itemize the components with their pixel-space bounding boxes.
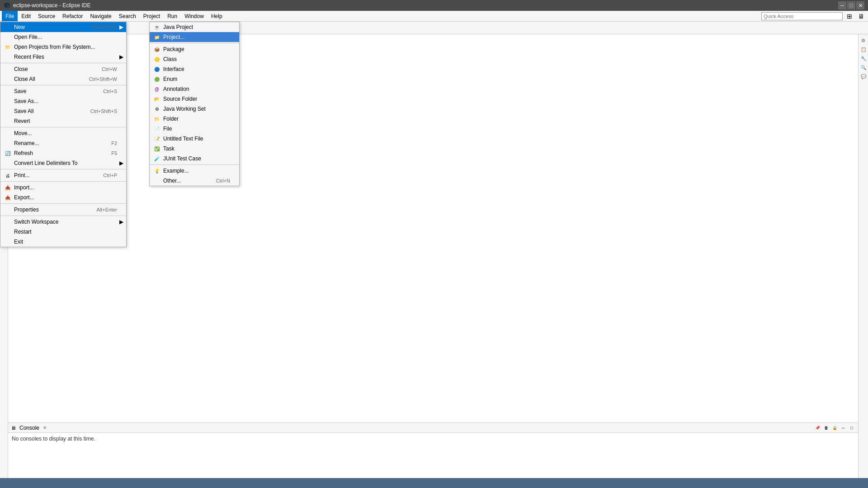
new-source-folder[interactable]: 📂 Source Folder	[150, 94, 239, 104]
console-scroll-lock-button[interactable]: 🔒	[831, 424, 838, 432]
refresh-icon: 🔄	[4, 150, 11, 157]
new-file[interactable]: 📄 File	[150, 124, 239, 134]
new-class[interactable]: 🟡 Class	[150, 54, 239, 64]
right-icon-1[interactable]: ⚙	[859, 36, 868, 44]
file-menu-close[interactable]: Close Ctrl+W	[0, 64, 126, 74]
right-icon-2[interactable]: 📋	[859, 45, 868, 53]
new-enum[interactable]: 🟢 Enum	[150, 74, 239, 84]
file-menu-print[interactable]: 🖨 Print... Ctrl+P	[0, 170, 126, 180]
file-menu-revert[interactable]: Revert	[0, 116, 126, 126]
java-working-set-icon: ⚙	[153, 105, 160, 113]
right-icon-3[interactable]: 🔧	[859, 54, 868, 62]
console-clear-button[interactable]: 🗑	[822, 424, 830, 432]
menu-file[interactable]: File	[2, 11, 18, 21]
menu-search[interactable]: Search	[115, 11, 140, 21]
console-minimize-button[interactable]: ─	[840, 424, 847, 432]
new-example[interactable]: 💡 Example...	[150, 166, 239, 176]
console-area: 🖥 Console ✕ 📌 🗑 🔒 ─ □ No consoles to dis…	[8, 422, 858, 478]
menu-edit[interactable]: Edit	[18, 11, 34, 21]
file-menu-import[interactable]: 📥 Import...	[0, 183, 126, 192]
example-icon: 💡	[153, 167, 160, 174]
sep-2	[0, 85, 126, 85]
quick-access-input[interactable]	[761, 12, 843, 20]
new-project[interactable]: 📁 Project...	[150, 32, 239, 42]
console-close-icon[interactable]: ✕	[43, 425, 47, 430]
project-icon: 📁	[153, 33, 160, 41]
sep-7	[0, 216, 126, 216]
junit-test-icon: 🧪	[153, 155, 160, 162]
status-bar	[0, 478, 868, 488]
title-bar: 🌑 eclipse-workspace - Eclipse IDE ─ □ ✕	[0, 0, 868, 11]
file-menu-properties[interactable]: Properties Alt+Enter	[0, 205, 126, 215]
open-projects-icon: 📁	[4, 43, 11, 51]
file-menu-switch-workspace[interactable]: Switch Workspace ▶	[0, 217, 126, 227]
console-pin-button[interactable]: 📌	[814, 424, 821, 432]
file-menu-recent-files[interactable]: Recent Files ▶	[0, 52, 126, 62]
file-menu: New Alt+Shift+N ▶ Open File... 📁 Open Pr…	[0, 22, 127, 247]
close-button[interactable]: ✕	[856, 1, 864, 9]
menu-refactor[interactable]: Refactor	[59, 11, 86, 21]
console-title: Console	[19, 425, 39, 431]
menu-window[interactable]: Window	[181, 11, 208, 21]
menu-source[interactable]: Source	[34, 11, 59, 21]
minimize-button[interactable]: ─	[838, 1, 846, 9]
console-maximize-button[interactable]: □	[848, 424, 855, 432]
app-icon: 🌑	[4, 2, 10, 9]
open-perspective-button[interactable]: ⊞	[844, 11, 854, 21]
menu-help[interactable]: Help	[208, 11, 226, 21]
properties-icon	[4, 206, 11, 213]
file-menu-convert[interactable]: Convert Line Delimiters To ▶	[0, 158, 126, 168]
print-icon: 🖨	[4, 172, 11, 179]
new-java-project[interactable]: ☕ Java Project	[150, 22, 239, 32]
file-menu-close-all[interactable]: Close All Ctrl+Shift+W	[0, 74, 126, 84]
right-icon-5[interactable]: 💬	[859, 72, 868, 80]
import-icon: 📥	[4, 184, 11, 191]
revert-icon	[4, 117, 11, 125]
interface-icon: 🔵	[153, 66, 160, 73]
file-menu-open-projects[interactable]: 📁 Open Projects from File System...	[0, 42, 126, 52]
new-java-working-set[interactable]: ⚙ Java Working Set	[150, 104, 239, 114]
file-menu-save-all[interactable]: Save All Ctrl+Shift+S	[0, 106, 126, 116]
new-sep-2	[150, 164, 239, 165]
new-annotation[interactable]: @ Annotation	[150, 84, 239, 94]
file-menu-save[interactable]: Save Ctrl+S	[0, 86, 126, 96]
annotation-icon: @	[153, 85, 160, 93]
file-menu-move[interactable]: Move...	[0, 128, 126, 138]
convert-icon	[4, 160, 11, 167]
maximize-button[interactable]: □	[847, 1, 855, 9]
title-bar-text: eclipse-workspace - Eclipse IDE	[13, 2, 90, 9]
new-folder[interactable]: 📁 Folder	[150, 114, 239, 124]
editor-content	[8, 34, 858, 422]
new-other[interactable]: Other... Ctrl+N	[150, 176, 239, 186]
open-file-icon	[4, 33, 11, 41]
new-interface[interactable]: 🔵 Interface	[150, 64, 239, 74]
file-menu-new[interactable]: New Alt+Shift+N ▶	[0, 22, 126, 32]
save-icon	[4, 88, 11, 95]
right-sidebar: ⚙ 📋 🔧 🔍 💬	[858, 34, 868, 478]
title-bar-left: 🌑 eclipse-workspace - Eclipse IDE	[4, 2, 90, 9]
recent-files-icon	[4, 53, 11, 61]
right-icon-4[interactable]: 🔍	[859, 63, 868, 71]
console-header-right: 📌 🗑 🔒 ─ □	[814, 424, 855, 432]
folder-icon: 📁	[153, 115, 160, 122]
new-editor-button[interactable]: 🖥	[856, 11, 866, 21]
menu-navigate[interactable]: Navigate	[86, 11, 115, 21]
menu-run[interactable]: Run	[164, 11, 181, 21]
task-icon: ✅	[153, 145, 160, 152]
file-menu-rename[interactable]: Rename... F2	[0, 138, 126, 148]
file-menu-save-as[interactable]: Save As...	[0, 96, 126, 106]
new-package[interactable]: 📦 Package	[150, 44, 239, 54]
file-menu-exit[interactable]: Exit	[0, 237, 126, 247]
other-icon	[153, 177, 160, 184]
file-menu-refresh[interactable]: 🔄 Refresh F5	[0, 148, 126, 158]
menu-project[interactable]: Project	[140, 11, 164, 21]
title-bar-controls: ─ □ ✕	[838, 1, 864, 9]
new-junit-test[interactable]: 🧪 JUnit Test Case	[150, 154, 239, 164]
file-menu-open-file[interactable]: Open File...	[0, 32, 126, 42]
file-menu-export[interactable]: 📤 Export...	[0, 192, 126, 202]
new-untitled-text[interactable]: 📝 Untitled Text File	[150, 134, 239, 144]
new-task[interactable]: ✅ Task	[150, 144, 239, 154]
sep-4	[0, 169, 126, 169]
file-menu-restart[interactable]: Restart	[0, 227, 126, 237]
toolbar: 📄 💾 ▶ 🐛 🔍	[0, 22, 868, 34]
